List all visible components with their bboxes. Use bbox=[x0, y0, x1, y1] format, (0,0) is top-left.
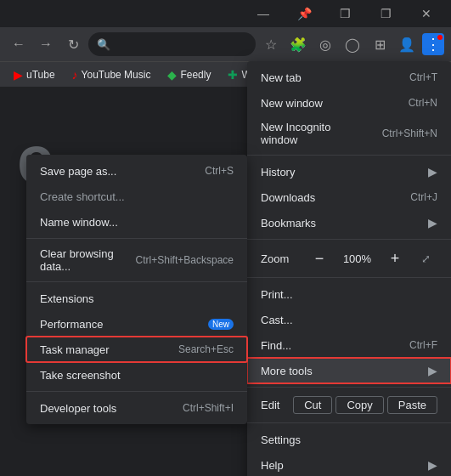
menu-help[interactable]: Help ▶ bbox=[247, 452, 451, 476]
close-button[interactable]: ✕ bbox=[407, 0, 446, 27]
divider-5 bbox=[247, 422, 451, 423]
menu-history[interactable]: History ▶ bbox=[247, 159, 451, 184]
search-icon: 🔍 bbox=[97, 38, 110, 51]
downloads-shortcut: Ctrl+J bbox=[410, 191, 437, 203]
clear-browsing-shortcut: Ctrl+Shift+Backspace bbox=[136, 254, 234, 266]
profile-circle-icon[interactable]: ◯ bbox=[341, 32, 364, 56]
paste-button[interactable]: Paste bbox=[387, 396, 437, 414]
menu-bookmarks[interactable]: Bookmarks ▶ bbox=[247, 210, 451, 235]
zoom-minus-button[interactable]: − bbox=[307, 246, 331, 270]
submenu-create-shortcut[interactable]: Create shortcut... bbox=[26, 184, 247, 209]
new-window-label: New window bbox=[261, 97, 395, 110]
create-shortcut-label: Create shortcut... bbox=[40, 190, 234, 203]
refresh-button[interactable]: ↻ bbox=[61, 32, 85, 56]
back-button[interactable]: ← bbox=[7, 32, 31, 56]
help-arrow-icon: ▶ bbox=[428, 458, 437, 472]
restore-button[interactable]: ❒ bbox=[325, 0, 364, 27]
edit-label: Edit bbox=[261, 399, 286, 411]
find-shortcut: Ctrl+F bbox=[409, 339, 437, 351]
forward-button[interactable]: → bbox=[34, 32, 58, 56]
name-window-label: Name window... bbox=[40, 216, 234, 229]
menu-cast[interactable]: Cast... bbox=[247, 307, 451, 332]
youtube-icon: ▶ bbox=[14, 68, 23, 82]
omnibox[interactable]: 🔍 bbox=[88, 32, 256, 56]
chrome-menu: New tab Ctrl+T New window Ctrl+N New Inc… bbox=[247, 61, 451, 476]
bookmark-youtube-music[interactable]: ♪ YouTube Music bbox=[65, 66, 158, 83]
more-tools-label: More tools bbox=[261, 365, 428, 377]
divider-2 bbox=[247, 239, 451, 240]
bookmarks-label: Bookmarks bbox=[261, 217, 428, 230]
task-manager-label: Task manager bbox=[40, 343, 165, 356]
submenu-divider-1 bbox=[26, 238, 247, 239]
find-label: Find... bbox=[261, 339, 396, 352]
new-tab-shortcut: Ctrl+T bbox=[409, 71, 437, 83]
extensions-label: Extensions bbox=[40, 292, 234, 305]
zoom-row: Zoom − 100% + ⤢ bbox=[247, 243, 451, 274]
submenu-extensions[interactable]: Extensions bbox=[26, 286, 247, 311]
menu-new-window[interactable]: New window Ctrl+N bbox=[247, 90, 451, 116]
task-manager-shortcut: Search+Esc bbox=[178, 343, 234, 355]
feedly-icon: ◆ bbox=[167, 68, 177, 82]
submenu-task-manager[interactable]: Task manager Search+Esc bbox=[26, 337, 247, 362]
zoom-fullscreen-button[interactable]: ⤢ bbox=[414, 246, 437, 270]
performance-new-badge: New bbox=[208, 319, 234, 330]
zoom-value: 100% bbox=[338, 252, 376, 265]
new-tab-label: New tab bbox=[261, 71, 396, 84]
take-screenshot-label: Take screenshot bbox=[40, 369, 234, 382]
history-label: History bbox=[261, 166, 428, 178]
submenu-performance[interactable]: Performance New bbox=[26, 311, 247, 337]
performance-label: Performance bbox=[40, 318, 201, 331]
submenu-developer-tools[interactable]: Developer tools Ctrl+Shift+I bbox=[26, 395, 247, 421]
zoom-label: Zoom bbox=[261, 252, 301, 265]
submenu-take-screenshot[interactable]: Take screenshot bbox=[26, 362, 247, 388]
worksheets-icon: ✚ bbox=[228, 68, 238, 82]
new-incognito-shortcut: Ctrl+Shift+N bbox=[382, 128, 437, 139]
menu-button[interactable]: ⋮ bbox=[422, 33, 444, 55]
new-window-shortcut: Ctrl+N bbox=[409, 97, 437, 109]
cast-label: Cast... bbox=[261, 314, 437, 326]
submenu-divider-2 bbox=[26, 281, 247, 282]
more-tools-submenu: Save page as... Ctrl+S Create shortcut..… bbox=[26, 155, 247, 424]
clear-browsing-label: Clear browsing data... bbox=[40, 247, 122, 273]
new-incognito-label: New Incognito window bbox=[261, 121, 369, 146]
bookmark-youtube-label: uTube bbox=[26, 69, 55, 81]
menu-settings[interactable]: Settings bbox=[247, 427, 451, 452]
downloads-label: Downloads bbox=[261, 191, 397, 204]
menu-print[interactable]: Print... bbox=[247, 281, 451, 307]
print-label: Print... bbox=[261, 288, 437, 301]
developer-tools-shortcut: Ctrl+Shift+I bbox=[183, 402, 234, 414]
save-page-shortcut: Ctrl+S bbox=[205, 165, 234, 177]
submenu-name-window[interactable]: Name window... bbox=[26, 209, 247, 235]
star-icon[interactable]: ☆ bbox=[259, 32, 283, 56]
menu-more-tools[interactable]: More tools ▶ bbox=[247, 358, 451, 383]
more-tools-arrow-icon: ▶ bbox=[428, 364, 437, 377]
user-icon[interactable]: 👤 bbox=[395, 32, 419, 56]
divider-3 bbox=[247, 277, 451, 278]
copy-button[interactable]: Copy bbox=[335, 396, 383, 414]
menu-new-tab[interactable]: New tab Ctrl+T bbox=[247, 65, 451, 90]
zoom-plus-button[interactable]: + bbox=[383, 246, 407, 270]
extensions-icon[interactable]: ⊞ bbox=[368, 32, 392, 56]
menu-edit-section: Edit Cut Copy Paste bbox=[247, 391, 451, 419]
menu-new-incognito[interactable]: New Incognito window Ctrl+Shift+N bbox=[247, 116, 451, 151]
toolbar: ← → ↻ 🔍 ☆ 🧩 ◎ ◯ ⊞ 👤 ⋮ bbox=[0, 27, 451, 61]
submenu-save-page[interactable]: Save page as... Ctrl+S bbox=[26, 158, 247, 184]
submenu-clear-browsing[interactable]: Clear browsing data... Ctrl+Shift+Backsp… bbox=[26, 242, 247, 278]
history-arrow-icon: ▶ bbox=[428, 165, 437, 178]
bookmark-youtube-music-label: YouTube Music bbox=[82, 69, 151, 81]
settings-label: Settings bbox=[261, 434, 437, 446]
youtube-music-icon: ♪ bbox=[72, 68, 78, 82]
divider-1 bbox=[247, 155, 451, 156]
bookmark-youtube[interactable]: ▶ uTube bbox=[7, 66, 62, 83]
pin-button[interactable]: 📌 bbox=[285, 0, 324, 27]
minimize-button[interactable]: — bbox=[244, 0, 283, 27]
menu-find[interactable]: Find... Ctrl+F bbox=[247, 332, 451, 358]
save-page-label: Save page as... bbox=[40, 165, 191, 178]
bookmark-feedly[interactable]: ◆ Feedly bbox=[161, 66, 217, 83]
bookmark-feedly-label: Feedly bbox=[180, 69, 211, 81]
chrome-icon[interactable]: ◎ bbox=[313, 32, 337, 56]
cut-button[interactable]: Cut bbox=[293, 396, 332, 414]
extension-puzzle-icon[interactable]: 🧩 bbox=[286, 32, 310, 56]
menu-downloads[interactable]: Downloads Ctrl+J bbox=[247, 184, 451, 210]
maximize-button[interactable]: ❐ bbox=[366, 0, 405, 27]
